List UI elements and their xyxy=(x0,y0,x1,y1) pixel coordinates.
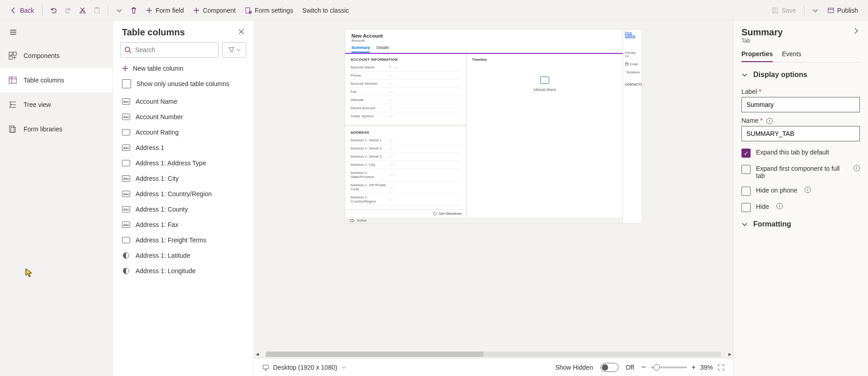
form-field[interactable]: Fax--- xyxy=(351,88,461,96)
column-item[interactable]: Address 1: Address Type xyxy=(113,155,254,171)
form-field[interactable]: Address 1: ZIP/Postal Code--- xyxy=(351,181,461,193)
expand-first-checkbox-row[interactable]: Expand first component to full tab i xyxy=(741,165,860,179)
add-component-button[interactable]: Component xyxy=(188,2,240,19)
cut-button[interactable] xyxy=(75,2,90,19)
text-type-icon: Abc xyxy=(122,191,130,197)
show-unused-checkbox[interactable] xyxy=(122,79,131,88)
display-options-header[interactable]: Display options xyxy=(741,71,860,79)
save-dropdown[interactable] xyxy=(808,2,823,19)
hamburger-button[interactable] xyxy=(0,21,112,43)
form-field[interactable]: Address 1: State/Province--- xyxy=(351,169,461,181)
back-button[interactable]: Back xyxy=(5,2,39,19)
column-item[interactable]: AbcAddress 1: Fax xyxy=(113,217,254,232)
form-tab-details[interactable]: Details xyxy=(376,45,389,53)
column-item[interactable]: Account Rating xyxy=(113,125,254,140)
info-icon[interactable]: i xyxy=(853,165,860,171)
column-item[interactable]: Address 1: Latitude xyxy=(113,248,254,263)
form-field[interactable]: Address 1: Street 3--- xyxy=(351,153,461,161)
column-label: Address 1: Freight Terms xyxy=(136,236,206,244)
chevron-down-icon xyxy=(341,365,346,370)
device-selector[interactable]: Desktop (1920 x 1080) xyxy=(262,364,346,371)
props-tab-properties[interactable]: Properties xyxy=(741,50,773,62)
field-label: Address 1: Country/Region xyxy=(351,195,387,203)
svg-rect-9 xyxy=(9,56,12,59)
publish-button[interactable]: Publish xyxy=(823,2,863,19)
back-label: Back xyxy=(20,7,34,14)
zoom-out-button[interactable]: − xyxy=(641,362,646,372)
rail-tree-view[interactable]: Tree view xyxy=(0,92,112,117)
add-form-field-button[interactable]: Form field xyxy=(141,2,188,19)
float-type-icon xyxy=(123,268,129,274)
form-tab-summary[interactable]: Summary xyxy=(351,45,370,53)
column-item[interactable]: AbcAccount Number xyxy=(113,109,254,125)
props-tab-events[interactable]: Events xyxy=(782,50,801,62)
panel-close-button[interactable] xyxy=(238,29,244,37)
show-unused-checkbox-row[interactable]: Show only unused table columns xyxy=(113,75,254,94)
delete-button[interactable] xyxy=(127,2,141,19)
paste-dropdown[interactable] xyxy=(112,2,127,19)
hide-checkbox[interactable] xyxy=(741,203,751,212)
form-field[interactable]: Account Number--- xyxy=(351,80,461,88)
search-box[interactable] xyxy=(120,42,219,58)
show-hidden-label: Show Hidden xyxy=(555,364,593,371)
new-table-column-button[interactable]: New table column xyxy=(113,62,254,75)
hide-phone-checkbox[interactable] xyxy=(741,187,751,196)
search-input[interactable] xyxy=(135,46,215,53)
get-directions-link[interactable]: Get Directions xyxy=(345,209,466,217)
form-preview[interactable]: New Account Account Summary Details ACCO… xyxy=(345,29,642,224)
form-field[interactable]: Address 1: Street 2--- xyxy=(351,145,461,153)
info-icon[interactable]: i xyxy=(805,187,811,193)
form-field[interactable]: Account Name*--- xyxy=(351,63,461,72)
field-label: Address 1: City xyxy=(351,163,387,167)
chevron-right-icon[interactable] xyxy=(853,27,860,34)
form-field[interactable]: Website--- xyxy=(351,96,461,104)
form-field[interactable]: Parent Account--- xyxy=(351,104,461,112)
fit-screen-icon[interactable] xyxy=(717,364,725,371)
column-item[interactable]: AbcAddress 1: County xyxy=(113,202,254,217)
info-icon[interactable]: i xyxy=(776,203,783,209)
form-field[interactable]: Address 1: City--- xyxy=(351,161,461,169)
column-label: Address 1: City xyxy=(136,175,179,182)
undo-button[interactable] xyxy=(46,2,61,19)
props-title: Summary xyxy=(741,27,783,38)
column-item[interactable]: Address 1: Freight Terms xyxy=(113,232,254,248)
switch-classic-label: Switch to classic xyxy=(302,7,349,14)
form-field[interactable]: Phone--- xyxy=(351,72,461,80)
form-settings-button[interactable]: Form settings xyxy=(240,2,298,19)
column-item[interactable]: AbcAccount Name xyxy=(113,94,254,109)
expand-default-checkbox-row[interactable]: Expand this tab by default xyxy=(741,149,860,158)
column-item[interactable]: Address 1: Longitude xyxy=(113,263,254,279)
formatting-header[interactable]: Formatting xyxy=(741,220,860,228)
column-list[interactable]: AbcAccount NameAbcAccount NumberAccount … xyxy=(113,94,254,376)
column-item[interactable]: AbcAddress 1 xyxy=(113,140,254,155)
error-loading-link[interactable]: Error loading xyxy=(625,31,640,38)
expand-first-checkbox[interactable] xyxy=(741,165,751,174)
save-button[interactable]: Save xyxy=(767,2,800,19)
switch-classic-button[interactable]: Switch to classic xyxy=(298,2,354,19)
field-value: --- xyxy=(390,98,393,102)
rail-components[interactable]: Components xyxy=(0,43,112,68)
expand-default-checkbox[interactable] xyxy=(741,149,751,158)
column-item[interactable]: AbcAddress 1: City xyxy=(113,171,254,186)
rail-form-libraries[interactable]: Form libraries xyxy=(0,117,112,141)
paste-button[interactable] xyxy=(90,2,104,19)
label-input[interactable] xyxy=(741,97,860,112)
svg-rect-15 xyxy=(625,72,625,72)
zoom-in-button[interactable]: + xyxy=(692,363,696,371)
form-field[interactable]: Address 1: Country/Region--- xyxy=(351,193,461,206)
field-value: --- xyxy=(390,73,393,77)
redo-button[interactable] xyxy=(61,2,75,19)
form-field[interactable]: Ticker Symbol--- xyxy=(351,112,461,121)
filter-button[interactable] xyxy=(222,42,246,58)
zoom-slider[interactable] xyxy=(651,366,687,368)
column-item[interactable]: AbcAddress 1: Country/Region xyxy=(113,186,254,202)
canvas-horizontal-scrollbar[interactable]: ◀ ▶ xyxy=(254,351,733,358)
info-icon[interactable]: i xyxy=(766,118,773,124)
form-field[interactable]: Address 1: Street 1--- xyxy=(351,136,461,145)
show-hidden-toggle[interactable] xyxy=(600,363,619,372)
name-input[interactable] xyxy=(741,126,860,141)
expand-first-label: Expand first component to full tab xyxy=(756,165,846,179)
hide-phone-checkbox-row[interactable]: Hide on phone i xyxy=(741,187,860,196)
hide-checkbox-row[interactable]: Hide i xyxy=(741,203,860,212)
rail-table-columns[interactable]: Table columns xyxy=(0,68,112,92)
